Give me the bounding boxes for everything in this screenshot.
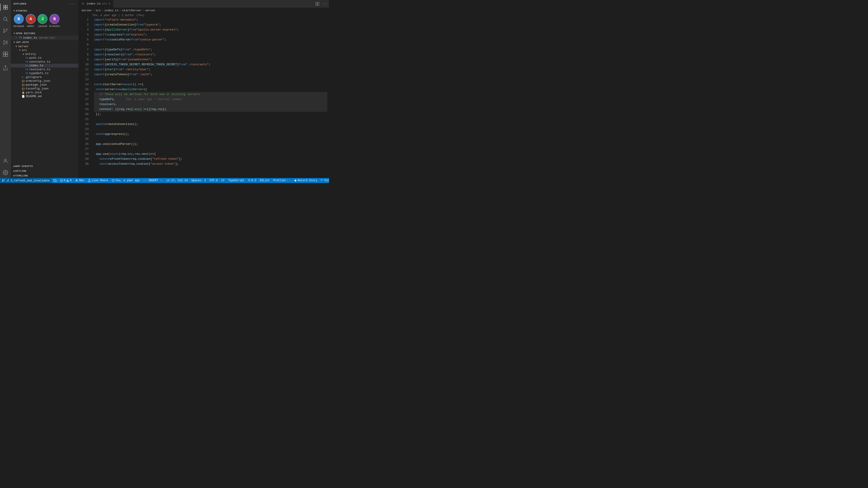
story-item-amber[interactable]: A amber (26, 14, 36, 28)
live-share-icon (88, 179, 91, 182)
open-file-name: index.ts (23, 36, 37, 39)
activity-run[interactable] (0, 37, 11, 48)
prettier-version-item[interactable]: 4.0.3 (246, 178, 258, 183)
breadcrumb-indexts[interactable]: index.ts (104, 9, 119, 12)
activity-search[interactable] (0, 13, 11, 24)
code-editor[interactable]: You, a year ago | 1 author (You) 12345 6… (79, 13, 329, 178)
line-29: const refreshToken = req.cookies["refres… (94, 157, 327, 162)
language-item[interactable]: TypeScript (226, 178, 246, 183)
tsconfig-icon: {} (22, 88, 25, 90)
package-icon: {} (22, 84, 25, 86)
line-20: }); (94, 112, 327, 117)
svg-point-29 (76, 180, 77, 181)
outline-chevron-icon: ▶ (13, 169, 15, 172)
more-actions-btn[interactable]: ··· (322, 1, 327, 6)
explorer-dots[interactable]: ··· (69, 2, 76, 6)
line-27 (94, 147, 327, 152)
split-editor-btn[interactable] (315, 1, 320, 6)
tree-src-folder[interactable]: ▼ src (11, 48, 79, 52)
line-1: import "reflect-metadata"; (94, 18, 327, 22)
src-folder-label: src (22, 48, 27, 52)
status-bar: ⎇ 2_refresh_and_invalidate 0 (0, 178, 329, 183)
tree-gitignore[interactable]: ⚙ .gitignore (11, 75, 79, 79)
prettier-item[interactable]: Prettier: ✓ (272, 178, 292, 183)
outline-section[interactable]: ▶ OUTLINE (11, 168, 79, 173)
svg-rect-12 (6, 52, 8, 54)
activity-account[interactable] (0, 156, 11, 166)
close-editor-btn[interactable]: × (16, 36, 17, 39)
stories-row: B benawad A amber J jasond (11, 13, 79, 29)
line-16: // These will be defined for both new or… (94, 92, 327, 97)
stories-header[interactable]: ▼ STORIES (11, 8, 79, 13)
activity-bar (0, 0, 11, 178)
warning-count: 0 (70, 179, 71, 182)
svg-rect-0 (3, 5, 5, 7)
cursor-position-item[interactable]: Ln 17, Col 14 (165, 178, 190, 183)
npm-scripts-section[interactable]: ▶ NPM SCRIPTS (11, 164, 79, 168)
sync-item[interactable] (52, 178, 58, 183)
story-item-brandie[interactable]: B brandie (49, 14, 60, 28)
tree-entity-folder[interactable]: ▶ entity (11, 52, 79, 56)
tree-constants-ts[interactable]: TS constants.ts (11, 60, 79, 64)
tree-index-ts[interactable]: TS index.ts (11, 64, 79, 68)
insert-mode-item: -- INSERT -- (142, 178, 164, 183)
tree-server-folder[interactable]: ▼ server (11, 44, 79, 48)
tree-ormconfig-json[interactable]: {} ormconfig.json (11, 79, 79, 83)
tree-typedefs-ts[interactable]: TS typeDefs.ts (11, 71, 79, 75)
tree-package-json[interactable]: {} package.json (11, 83, 79, 87)
blame-right-item[interactable]: You, a year ago (110, 178, 142, 183)
breadcrumb-server2[interactable]: server (145, 9, 156, 12)
tab-bar: TS index.ts src × ··· (79, 0, 329, 8)
git-branch-item[interactable]: ⎇ 2_refresh_and_invalidate (0, 178, 52, 183)
record-story-item[interactable]: Record Story (292, 178, 319, 183)
tree-resolvers-ts[interactable]: TS resolvers.ts (11, 68, 79, 71)
line-ending-item[interactable]: LF (219, 178, 226, 183)
tree-tsconfig-json[interactable]: {} tsconfig.json (11, 87, 79, 91)
tab-source: src (102, 2, 107, 5)
open-editors-label: OPEN EDITORS (16, 32, 35, 35)
avatar-benawad: B (14, 14, 23, 24)
errors-item[interactable]: 0 0 (58, 178, 73, 183)
activity-explorer[interactable] (0, 2, 11, 13)
breadcrumb-startserver[interactable]: startServer (122, 9, 142, 12)
activity-live-share[interactable] (0, 62, 11, 73)
line-7: import { typeDefs } from "./typeDefs"; (94, 47, 327, 52)
tab-index-ts[interactable]: TS index.ts src × (79, 0, 113, 8)
line-22: await createConnection(); (94, 122, 327, 127)
user-item[interactable]: Ben (73, 178, 86, 183)
activity-source-control[interactable] (0, 25, 11, 36)
story-avatar-benawad: B (14, 14, 24, 24)
spaces-item[interactable]: Spaces: 2 (189, 178, 208, 183)
story-item-jasond[interactable]: J jasond (37, 14, 48, 28)
live-share-item[interactable]: Live Share (86, 178, 110, 183)
timeline-chevron-icon: ▶ (13, 174, 15, 177)
svg-rect-11 (3, 52, 5, 54)
ormconfig-label: ormconfig.json (26, 79, 50, 83)
svg-point-8 (4, 29, 4, 30)
open-editor-index-ts[interactable]: × TS index.ts server/src (11, 36, 79, 40)
tree-yarn-lock[interactable]: 🔒 yarn.lock (11, 91, 79, 94)
breadcrumb-server[interactable]: server (81, 9, 92, 12)
story-item-benawad[interactable]: B benawad (13, 14, 24, 28)
project-header[interactable]: ▼ JWT-AUTH (11, 40, 79, 44)
open-editors-header[interactable]: ▼ OPEN EDITORS (11, 31, 79, 36)
blame-header: You, a year ago | 1 author (You) (79, 13, 329, 18)
line-23 (94, 127, 327, 132)
stories-chevron: ▼ (13, 10, 15, 12)
yarn-lock-icon: 🔒 (22, 91, 25, 94)
story-avatar-brandie: B (50, 14, 59, 24)
timeline-section[interactable]: ▶ TIMELINE (11, 173, 79, 178)
activity-extensions[interactable] (0, 49, 11, 60)
explorer-header[interactable]: EXPLORER ··· (11, 0, 79, 7)
eslint-item[interactable]: ESLint (258, 178, 271, 183)
encoding-item[interactable]: UTF-8 (208, 178, 219, 183)
tree-readme-md[interactable]: 📄 README.md (11, 94, 79, 98)
breadcrumb-src[interactable]: src (96, 9, 101, 12)
svg-rect-13 (3, 55, 5, 57)
breadcrumb: server > src > index.ts > startServer > … (79, 8, 329, 13)
tab-close-btn[interactable]: × (108, 2, 110, 6)
svg-point-7 (6, 29, 7, 30)
tree-auth-ts[interactable]: TS auth.ts (11, 56, 79, 60)
activity-settings[interactable] (0, 167, 11, 178)
project-name: JWT-AUTH (16, 41, 29, 43)
